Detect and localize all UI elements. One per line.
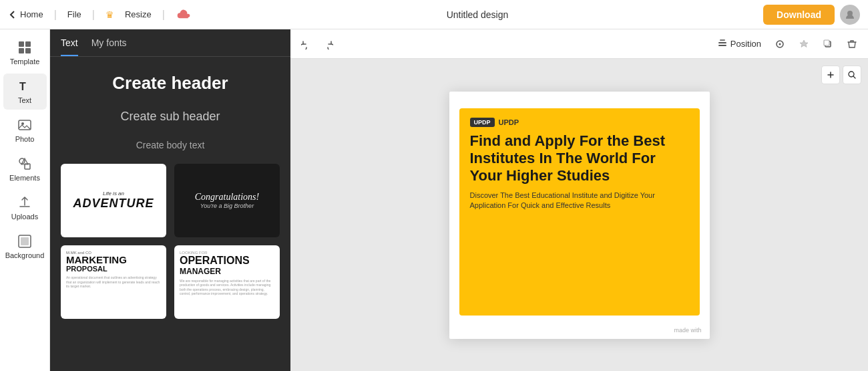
sidebar-item-uploads[interactable]: Uploads [3, 190, 47, 226]
svg-rect-14 [720, 39, 725, 41]
brand-name: UPDP [499, 118, 519, 126]
text-icon: T [17, 79, 32, 94]
nav-separator: | [54, 9, 57, 21]
canvas-zoom-controls [821, 66, 861, 84]
position-label: Position [730, 39, 761, 49]
template-card-adventure[interactable]: Life is an Adventure [61, 164, 166, 237]
adventure-text: Adventure [73, 197, 154, 211]
sidebar-item-template[interactable]: Template [3, 35, 47, 71]
color-button[interactable] [796, 36, 812, 52]
canvas-toolbar-right: Position [714, 36, 860, 52]
svg-rect-13 [718, 45, 726, 46]
redo-icon [322, 39, 333, 49]
card-marketing-content: M.MK and CO MARKETING PROPOSAL An operat… [61, 245, 166, 319]
canvas-toolbar: Position [290, 29, 868, 59]
icon-sidebar: Template T Text Photo Elements [0, 29, 50, 371]
bigbrother-text: You're a Big Brother [200, 203, 254, 209]
canvas-bottom: made with [674, 327, 701, 334]
crown-icon: ♛ [105, 9, 114, 20]
home-button[interactable]: Home [8, 9, 43, 19]
tab-text[interactable]: Text [61, 37, 78, 56]
delete-button[interactable] [844, 36, 860, 52]
sidebar-item-label-photo: Photo [15, 135, 35, 143]
sidebar-item-label-background: Background [5, 251, 45, 259]
template-grid: Life is an Adventure Congratulations! Yo… [61, 164, 280, 319]
ops-text: OPERATIONS [180, 255, 274, 267]
card-congrats-content: Congratulations! You're a Big Brother [174, 164, 280, 237]
design-canvas[interactable]: UPDP UPDP Find and Apply For the Best In… [449, 92, 710, 339]
sidebar-item-background[interactable]: Background [3, 229, 47, 265]
undo-button[interactable] [298, 36, 314, 52]
svg-rect-12 [718, 42, 726, 43]
background-icon [17, 234, 32, 249]
congrats-text: Congratulations! [195, 192, 259, 203]
canvas-main[interactable]: UPDP UPDP Find and Apply For the Best In… [290, 59, 868, 371]
tab-myfonts[interactable]: My fonts [91, 37, 127, 56]
svg-point-7 [21, 122, 24, 125]
svg-rect-3 [19, 48, 24, 53]
avatar[interactable] [840, 5, 860, 25]
topbar-right: Download [763, 5, 860, 25]
download-button[interactable]: Download [763, 5, 835, 25]
home-label: Home [20, 9, 43, 19]
svg-rect-1 [19, 41, 24, 47]
canvas-toolbar-left [298, 36, 336, 52]
cloud-icon [176, 9, 192, 20]
topbar-center: Untitled design [202, 9, 752, 20]
operations-desc: We are responsible for managing activiti… [180, 279, 274, 296]
sidebar-item-label-text: Text [18, 96, 31, 104]
topbar: Home | File | ♛ Resize | Untitled design… [0, 0, 868, 29]
nav-separator2: | [92, 9, 95, 21]
align-icon [775, 39, 785, 49]
zoom-fit-icon [847, 70, 857, 80]
panel-tabs: Text My fonts [50, 29, 290, 57]
template-card-operations[interactable]: LOOKING FOR OPERATIONS MANAGER We are re… [174, 245, 280, 319]
text-panel: Text My fonts Create header Create sub h… [50, 29, 290, 371]
sidebar-item-elements[interactable]: Elements [3, 151, 47, 187]
yellow-card: UPDP UPDP Find and Apply For the Best In… [459, 108, 700, 316]
sidebar-item-text[interactable]: T Text [3, 74, 47, 110]
svg-point-16 [779, 43, 781, 45]
sidebar-item-label-elements: Elements [9, 174, 40, 182]
create-header-btn[interactable]: Create header [61, 70, 280, 96]
redo-button[interactable] [320, 36, 336, 52]
chevron-left-icon [8, 10, 17, 19]
zoom-zoom-button[interactable] [843, 66, 861, 84]
layers-icon [717, 39, 728, 49]
create-subheader-btn[interactable]: Create sub header [61, 107, 280, 126]
template-card-marketing[interactable]: M.MK and CO MARKETING PROPOSAL An operat… [61, 245, 166, 319]
create-body-btn[interactable]: Create body text [61, 137, 280, 153]
svg-rect-2 [25, 41, 31, 47]
duplicate-button[interactable] [820, 36, 836, 52]
svg-rect-18 [824, 40, 829, 45]
duplicate-icon [823, 39, 833, 49]
elements-icon [17, 156, 32, 171]
brand-row: UPDP UPDP [470, 118, 689, 127]
resize-menu[interactable]: Resize [125, 9, 152, 19]
file-menu[interactable]: File [67, 9, 81, 19]
design-title[interactable]: Untitled design [447, 9, 509, 20]
card-headline: Find and Apply For the Best Institutes I… [470, 132, 689, 185]
svg-rect-4 [25, 48, 31, 53]
card-adventure-content: Life is an Adventure [61, 164, 166, 237]
svg-text:T: T [19, 81, 26, 92]
sidebar-item-label-template: Template [10, 57, 40, 66]
manager-text: MANAGER [180, 267, 274, 276]
zoom-plus-icon [826, 70, 835, 80]
zoom-add-button[interactable] [821, 66, 840, 84]
trash-icon [847, 39, 857, 49]
topbar-left: Home | File | ♛ Resize | [8, 9, 192, 21]
watermark-text: made with [674, 327, 701, 334]
sidebar-item-photo[interactable]: Photo [3, 112, 47, 148]
align-button[interactable] [772, 36, 788, 52]
proposal-text: PROPOSAL [66, 265, 161, 273]
canvas-area: Position [290, 29, 868, 371]
template-icon [17, 40, 32, 55]
position-button[interactable]: Position [714, 36, 764, 52]
marketing-desc: An operational document that outlines an… [66, 275, 161, 289]
svg-rect-11 [21, 237, 29, 245]
template-card-congrats[interactable]: Congratulations! You're a Big Brother [174, 164, 280, 237]
card-subtext: Discover The Best Educational Institute … [470, 191, 689, 211]
sidebar-item-label-uploads: Uploads [11, 213, 38, 221]
marketing-text: MARKETING [66, 255, 161, 265]
